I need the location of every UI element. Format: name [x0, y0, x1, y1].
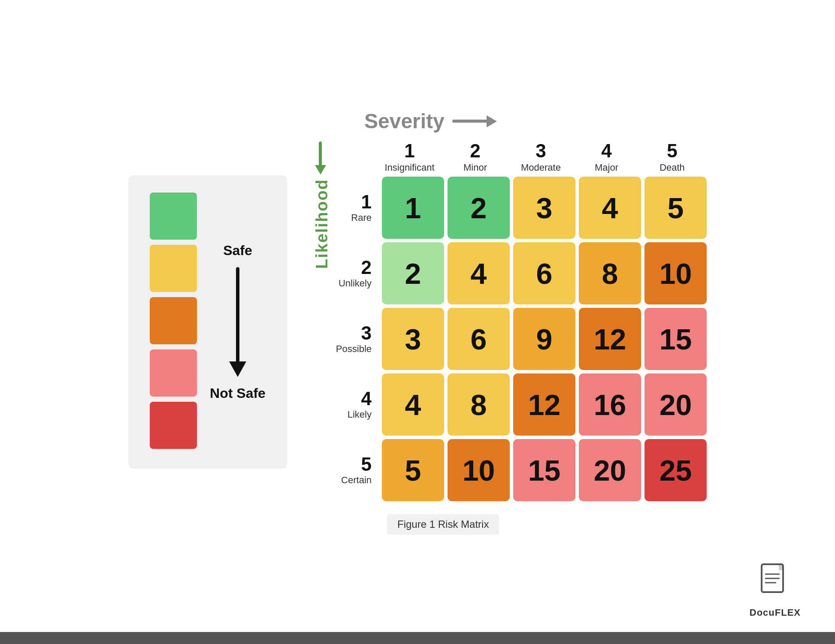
legend-swatch-pink: [150, 349, 197, 397]
legend-arrow: [229, 267, 246, 377]
legend-swatch-orange: [150, 297, 197, 344]
cell-1-4: 4: [579, 177, 641, 239]
row-num-1: 1: [361, 193, 372, 211]
cell-4-4: 16: [579, 373, 641, 436]
row-label-2: Unlikely: [339, 278, 372, 289]
col-header-num-5: 5: [667, 141, 677, 160]
severity-title: Severity: [364, 109, 445, 133]
legend-layout: Safe Not Safe: [150, 193, 266, 451]
cell-4-3: 12: [513, 373, 575, 436]
legend-swatch-green: [150, 193, 197, 240]
severity-arrow: [452, 115, 497, 127]
legend-safe-label: Safe: [223, 243, 252, 259]
row-label-1: Rare: [351, 212, 372, 223]
col-header-label-1: Insignificant: [384, 162, 434, 173]
docuflex-svg-icon: [760, 563, 790, 598]
matrix-with-labels: Likelihood 1 Insignificant 2 Minor 3: [313, 141, 707, 535]
cell-5-1: 5: [382, 439, 444, 501]
col-header-num-2: 2: [470, 141, 480, 160]
likelihood-label: Likelihood: [313, 179, 331, 269]
cell-3-2: 6: [448, 308, 510, 370]
matrix-row-4: 4 Likely 4 8 12 16 20: [336, 373, 707, 436]
col-header-label-3: Moderate: [521, 162, 561, 173]
docuflex-text: DocuFLEX: [750, 607, 801, 618]
row-num-4: 4: [361, 389, 372, 408]
cell-5-3: 15: [513, 439, 575, 501]
svg-marker-1: [779, 564, 783, 570]
col-header-1: 1 Insignificant: [378, 141, 441, 173]
cell-4-2: 8: [448, 373, 510, 436]
figure-caption: Figure 1 Risk Matrix: [387, 514, 499, 535]
likelihood-arrow-row: [315, 141, 326, 175]
arrow-line: [236, 267, 239, 361]
matrix-area: Severity Likelihood: [313, 109, 707, 535]
cell-1-1: 1: [382, 177, 444, 239]
row-header-5: 5 Certain: [336, 455, 378, 486]
col-header-label-5: Death: [660, 162, 685, 173]
legend-swatch-red: [150, 402, 197, 449]
likelihood-label-col: Likelihood: [313, 141, 331, 269]
legend-not-safe-label: Not Safe: [210, 385, 266, 401]
matrix-row-3: 3 Possible 3 6 9 12 15: [336, 308, 707, 370]
matrix-row-1: 1 Rare 1 2 3 4 5: [336, 177, 707, 239]
row-num-5: 5: [361, 455, 372, 474]
cell-5-4: 20: [579, 439, 641, 501]
row-label-3: Possible: [336, 343, 372, 355]
cell-3-1: 3: [382, 308, 444, 370]
cell-2-3: 6: [513, 242, 575, 304]
severity-header: Severity: [364, 109, 497, 133]
severity-arrow-line: [452, 120, 487, 123]
row-num-3: 3: [361, 324, 372, 343]
legend-arrow-col: Safe Not Safe: [210, 243, 266, 401]
cell-2-4: 8: [579, 242, 641, 304]
severity-arrow-head: [487, 115, 497, 127]
col-header-5: 5 Death: [641, 141, 703, 173]
cell-3-5: 15: [644, 308, 707, 370]
matrix-body: 1 Insignificant 2 Minor 3 Moderate 4 Maj…: [336, 141, 707, 535]
cell-1-5: 5: [644, 177, 707, 239]
row-header-1: 1 Rare: [336, 193, 378, 223]
cell-1-2: 2: [448, 177, 510, 239]
col-header-num-4: 4: [601, 141, 611, 160]
col-header-2: 2 Minor: [444, 141, 506, 173]
row-label-5: Certain: [341, 475, 372, 486]
col-headers: 1 Insignificant 2 Minor 3 Moderate 4 Maj…: [378, 141, 707, 173]
docuflex-icon: [760, 563, 790, 605]
cell-2-5: 10: [644, 242, 707, 304]
cell-3-4: 12: [579, 308, 641, 370]
col-header-num-1: 1: [404, 141, 414, 160]
cell-2-2: 4: [448, 242, 510, 304]
cell-1-3: 3: [513, 177, 575, 239]
docuflex-logo: DocuFLEX: [750, 563, 801, 618]
cell-4-5: 20: [644, 373, 707, 436]
bottom-bar: [0, 632, 835, 644]
matrix-row-2: 2 Unlikely 2 4 6 8 10: [336, 242, 707, 304]
col-header-3: 3 Moderate: [510, 141, 572, 173]
matrix-rows: 1 Rare 1 2 3 4 5 2 Unlikely: [336, 177, 707, 501]
cell-3-3: 9: [513, 308, 575, 370]
cell-4-1: 4: [382, 373, 444, 436]
main-container: Safe Not Safe Severity: [111, 92, 724, 552]
row-header-4: 4 Likely: [336, 389, 378, 420]
legend-panel: Safe Not Safe: [128, 175, 287, 469]
cell-5-2: 10: [448, 439, 510, 501]
row-header-3: 3 Possible: [336, 324, 378, 355]
col-header-label-4: Major: [595, 162, 618, 173]
cell-2-1: 2: [382, 242, 444, 304]
col-header-num-3: 3: [535, 141, 546, 160]
arrow-head: [229, 361, 246, 377]
row-header-2: 2 Unlikely: [336, 258, 378, 289]
row-num-2: 2: [361, 258, 372, 277]
row-label-4: Likely: [348, 409, 372, 420]
cell-5-5: 25: [644, 439, 707, 501]
legend-swatches: [150, 193, 197, 451]
matrix-row-5: 5 Certain 5 10 15 20 25: [336, 439, 707, 501]
col-header-4: 4 Major: [575, 141, 638, 173]
legend-swatch-yellow: [150, 245, 197, 292]
col-header-label-2: Minor: [463, 162, 487, 173]
